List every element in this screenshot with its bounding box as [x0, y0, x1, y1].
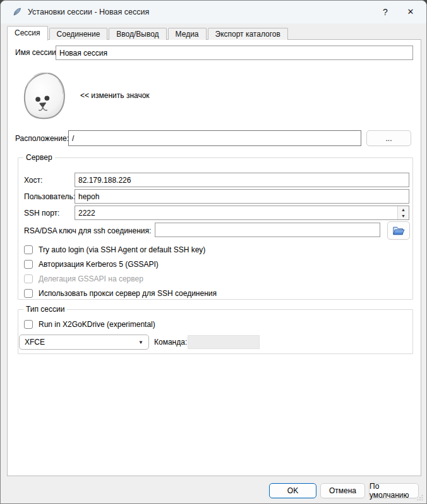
path-input[interactable]: [68, 130, 361, 146]
ok-button[interactable]: OK: [269, 483, 316, 498]
change-icon-button[interactable]: << изменить значок: [80, 91, 150, 100]
session-preferences-dialog: Установки сессии - Новая сессия ? ✕ Сесс…: [0, 0, 427, 504]
autologin-checkbox[interactable]: [24, 245, 33, 254]
ssh-proxy-label: Использовать прокси сервер для SSH соеди…: [39, 289, 217, 298]
open-folder-icon: [392, 225, 405, 237]
defaults-button[interactable]: По умолчанию: [369, 483, 419, 498]
user-label: Пользователь:: [24, 192, 75, 201]
ssh-port-spinner: ▲ ▼: [397, 206, 409, 219]
x2gokdrive-label: Run in X2GoKDrive (experimental): [39, 320, 155, 329]
kerberos-label: Авторизация Kerberos 5 (GSSAPI): [39, 260, 159, 269]
ssh-key-browse-button[interactable]: [387, 221, 410, 240]
close-button[interactable]: ✕: [400, 2, 421, 22]
seal-icon: [18, 70, 72, 123]
browse-path-button[interactable]: ...: [366, 130, 411, 146]
server-group-title: Сервер: [23, 153, 55, 162]
tab-connection[interactable]: Соединение: [49, 28, 108, 40]
command-label: Команда:: [154, 338, 187, 347]
session-tab-page: Имя сессии: << изменить знач: [7, 39, 421, 476]
spin-up-icon[interactable]: ▲: [398, 206, 409, 213]
host-input[interactable]: [75, 173, 409, 187]
session-type-group-title: Тип сессии: [23, 305, 67, 314]
ssh-port-input[interactable]: [75, 206, 409, 220]
x2gokdrive-checkbox[interactable]: [24, 320, 33, 329]
ssh-proxy-checkbox-row[interactable]: Использовать прокси сервер для SSH соеди…: [24, 288, 217, 298]
gssapi-delegation-label: Делегация GSSAPI на сервер: [39, 274, 143, 283]
tab-input-output[interactable]: Ввод/Вывод: [109, 28, 166, 40]
x2gokdrive-checkbox-row[interactable]: Run in X2GoKDrive (experimental): [24, 319, 155, 329]
tab-session[interactable]: Сессия: [7, 26, 48, 40]
ssh-key-label: RSA/DSA ключ для ssh соединения:: [24, 226, 151, 235]
help-button[interactable]: ?: [375, 2, 396, 22]
session-name-input[interactable]: [56, 46, 413, 60]
cancel-button[interactable]: Отмена: [320, 483, 365, 498]
tab-shared-folders[interactable]: Экспорт каталогов: [208, 28, 288, 40]
spin-down-icon[interactable]: ▼: [398, 213, 409, 220]
ssh-port-label: SSH порт:: [24, 209, 59, 218]
autologin-label: Try auto login (via SSH Agent or default…: [39, 245, 205, 254]
path-label: Расположение:: [15, 134, 69, 143]
session-icon-button[interactable]: [18, 70, 72, 123]
ssh-proxy-checkbox[interactable]: [24, 289, 33, 298]
app-feather-icon: [12, 7, 22, 17]
user-input[interactable]: [75, 189, 409, 204]
desktop-type-value: XFCE: [25, 338, 45, 347]
tab-bar: Сессия Соединение Ввод/Вывод Медиа Экспо…: [7, 27, 289, 40]
kerberos-checkbox-row[interactable]: Авторизация Kerberos 5 (GSSAPI): [24, 259, 159, 269]
resize-grip[interactable]: [417, 495, 423, 501]
ssh-key-input[interactable]: [155, 223, 380, 237]
kerberos-checkbox[interactable]: [24, 260, 33, 269]
chevron-down-icon: ▼: [138, 340, 143, 345]
desktop-type-dropdown[interactable]: XFCE ▼: [19, 335, 149, 350]
ssh-port-spinbox: ▲ ▼: [75, 206, 409, 220]
gssapi-delegation-checkbox: [24, 274, 33, 283]
session-name-label: Имя сессии:: [15, 48, 58, 57]
command-input: [188, 335, 260, 349]
autologin-checkbox-row[interactable]: Try auto login (via SSH Agent or default…: [24, 245, 205, 255]
host-label: Хост:: [24, 176, 42, 185]
window-title: Установки сессии - Новая сессия: [28, 8, 149, 16]
gssapi-delegation-checkbox-row: Делегация GSSAPI на сервер: [24, 274, 143, 284]
tab-media[interactable]: Медиа: [168, 28, 207, 40]
title-bar: Установки сессии - Новая сессия ? ✕: [1, 1, 426, 23]
